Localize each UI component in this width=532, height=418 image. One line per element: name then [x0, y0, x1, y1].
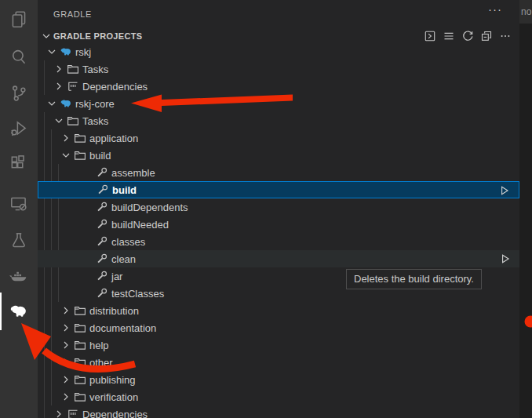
tree-item-label: application [89, 133, 138, 144]
task-icon [96, 218, 108, 231]
tree-item-label: distribution [89, 305, 139, 317]
task-icon [96, 201, 108, 213]
tree-item-label: classes [111, 236, 145, 248]
tree-row-clean[interactable]: clean [38, 250, 519, 267]
editor-tab[interactable]: no [519, 0, 532, 24]
tree-item-label: Dependencies [82, 409, 148, 418]
run-task-button[interactable] [499, 253, 512, 265]
collapse-all-icon[interactable] [479, 29, 493, 42]
folder-icon [67, 114, 79, 127]
tree-item-label: publishing [89, 374, 136, 386]
tree-row-builddependents[interactable]: buildDependents [38, 198, 519, 216]
task-icon [96, 235, 108, 248]
task-icon [97, 184, 109, 196]
task-icon [96, 166, 108, 179]
gradle-project-icon [60, 45, 72, 58]
chevron-right-icon[interactable] [60, 356, 72, 369]
tree-item-label: build [89, 150, 111, 162]
chevron-right-icon[interactable] [60, 339, 72, 351]
flat-list-icon[interactable] [442, 29, 455, 42]
chevron-down-icon[interactable] [46, 97, 58, 110]
task-icon [96, 287, 108, 300]
chevron-right-icon[interactable] [60, 132, 72, 144]
gradle-projects-section-label: GRADLE PROJECTS [53, 31, 142, 41]
dependencies-icon [67, 408, 79, 418]
activity-docker-icon[interactable] [0, 256, 38, 294]
refresh-icon[interactable] [461, 29, 474, 42]
tree-item-label: rskj [75, 46, 91, 58]
tree-row-tasks[interactable]: Tasks [38, 112, 519, 129]
sidebar-title: GRADLE [53, 9, 92, 19]
chevron-right-icon[interactable] [60, 304, 72, 317]
gradle-project-icon [60, 97, 72, 110]
gradle-projects-section-header[interactable]: GRADLE PROJECTS [38, 27, 519, 45]
tree-item-label: testClasses [111, 288, 164, 300]
folder-icon [74, 132, 86, 144]
tree-item-label: jar [111, 271, 122, 282]
activity-source-control-icon[interactable] [0, 75, 38, 112]
tree-row-dependencies[interactable]: Dependencies [38, 78, 519, 95]
tree-item-label: other [89, 357, 113, 369]
editor-area: no [519, 0, 532, 418]
tree-row-dependencies[interactable]: Dependencies [38, 405, 519, 418]
folder-icon [74, 149, 86, 162]
chevron-right-icon[interactable] [60, 373, 72, 386]
gradle-projects-tree: rskjTasksDependenciesrskj-coreTasksappli… [38, 43, 519, 418]
tree-row-build[interactable]: build [38, 181, 519, 198]
tree-row-rskj[interactable]: rskj [38, 43, 519, 60]
chevron-down-icon[interactable] [46, 45, 58, 58]
activity-testing-icon[interactable] [0, 222, 38, 260]
tree-row-verification[interactable]: verification [38, 388, 519, 405]
tree-item-label: assemble [111, 167, 155, 179]
more-icon[interactable] [498, 29, 512, 42]
activity-search-icon[interactable] [0, 38, 38, 76]
tree-item-label: Dependencies [82, 81, 148, 93]
chevron-right-icon[interactable] [53, 63, 65, 75]
dependencies-icon [67, 80, 79, 93]
tree-row-buildneeded[interactable]: buildNeeded [38, 216, 519, 233]
chevron-right-icon[interactable] [53, 80, 65, 93]
tree-row-help[interactable]: help [38, 336, 519, 354]
activity-remote-explorer-icon[interactable] [0, 185, 38, 223]
tree-row-tasks[interactable]: Tasks [38, 60, 519, 78]
sidebar-title-row: GRADLE ··· [38, 0, 519, 27]
tree-row-assemble[interactable]: assemble [38, 164, 519, 181]
tree-row-application[interactable]: application [38, 129, 519, 147]
run-task-button[interactable] [498, 184, 511, 197]
folder-icon [74, 391, 86, 403]
tree-row-other[interactable]: other [38, 354, 519, 371]
active-item-border [0, 293, 2, 330]
chevron-right-icon[interactable] [53, 408, 65, 418]
tree-row-build[interactable]: build [38, 147, 519, 164]
vscode-window: GRADLE ··· GRADLE PROJECTS rskjTasksDepe… [0, 0, 532, 418]
gradle-side-panel: GRADLE ··· GRADLE PROJECTS rskjTasksDepe… [38, 0, 519, 418]
tree-row-classes[interactable]: classes [38, 233, 519, 250]
tree-item-label: clean [111, 253, 136, 265]
tree-row-distribution[interactable]: distribution [38, 302, 519, 319]
activity-explorer-icon[interactable] [0, 1, 38, 38]
tree-item-label: build [112, 184, 137, 196]
activity-run-debug-icon[interactable] [0, 110, 38, 147]
tree-row-publishing[interactable]: publishing [38, 371, 519, 388]
folder-icon [74, 322, 86, 334]
chevron-down-icon[interactable] [53, 114, 65, 127]
folder-icon [74, 304, 86, 317]
tree-item-label: buildDependents [111, 202, 188, 213]
run-gradle-build-icon[interactable] [423, 29, 436, 42]
tree-item-label: help [89, 340, 109, 351]
activity-gradle-icon[interactable] [0, 293, 38, 330]
folder-icon [74, 356, 86, 369]
chevron-down-icon[interactable] [60, 149, 72, 162]
tree-item-label: buildNeeded [111, 219, 169, 231]
task-icon [96, 270, 108, 282]
tree-item-label: Tasks [82, 64, 108, 75]
sidebar-more-actions-button[interactable]: ··· [488, 2, 502, 16]
folder-icon [74, 339, 86, 351]
chevron-right-icon[interactable] [60, 391, 72, 403]
activity-bar [0, 0, 38, 418]
chevron-right-icon[interactable] [60, 322, 72, 334]
task-tooltip: Deletes the build directory. [346, 269, 482, 289]
tree-row-rskj-core[interactable]: rskj-core [38, 95, 519, 112]
tree-row-documentation[interactable]: documentation [38, 319, 519, 336]
activity-extensions-icon[interactable] [0, 144, 38, 182]
